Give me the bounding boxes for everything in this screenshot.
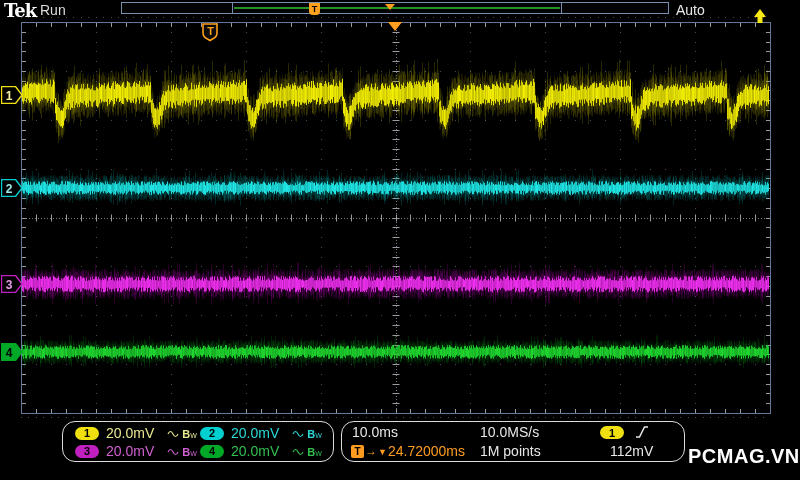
channel-2-position-marker: 2 (1, 179, 23, 197)
channel-2-readout: 2 20.0mV BW (200, 424, 325, 442)
channel-4-indicators: BW (292, 442, 322, 460)
expansion-point-marker (388, 22, 402, 31)
channel-1-position-marker: 1 (1, 86, 23, 104)
channel-4-readout: 4 20.0mV BW (200, 442, 325, 460)
record-length-readout: 1M points (480, 443, 541, 459)
channel-3-scale: 20.0mV (106, 443, 154, 459)
trigger-mode-status: Auto (676, 2, 705, 18)
trigger-delay-value: 24.72000ms (388, 443, 465, 459)
ac-coupling-icon (292, 429, 305, 438)
channel-readout-box: 1 20.0mV BW 2 20.0mV BW 3 20.0mV (62, 421, 334, 462)
bandwidth-limit-icon: BW (307, 442, 322, 460)
channel-4-marker-label: 4 (6, 346, 13, 360)
trigger-source-badge: 1 (600, 426, 624, 439)
bandwidth-limit-icon: BW (182, 442, 197, 460)
expansion-point-marker-small (385, 4, 395, 10)
ac-coupling-icon (292, 447, 305, 456)
expansion-point-icon: ▼ (378, 447, 387, 457)
trigger-position-badge: T (309, 3, 320, 15)
sample-rate-readout: 10.0MS/s (480, 424, 539, 440)
ac-coupling-icon (167, 429, 180, 438)
channel-2-indicators: BW (292, 424, 322, 442)
acquisition-status: Run (40, 2, 66, 18)
channel-3-readout: 3 20.0mV BW (75, 442, 200, 460)
channel-1-badge: 1 (75, 427, 99, 440)
arrow-right-icon: → (365, 445, 377, 458)
channel-2-badge: 2 (200, 427, 224, 440)
bandwidth-limit-icon: BW (307, 424, 322, 442)
channel-2-marker-label: 2 (6, 182, 13, 196)
channel-4-badge: 4 (200, 445, 224, 458)
channel-2-scale: 20.0mV (231, 425, 279, 441)
bandwidth-limit-icon: BW (182, 424, 197, 442)
trigger-flag-label: T (207, 25, 214, 37)
trigger-delay-readout: T → ▼ 24.72000ms (351, 443, 465, 459)
horizontal-scale-readout: 10.0ms (352, 424, 398, 440)
trigger-delay-t-icon: T (351, 445, 364, 458)
channel-1-readout: 1 20.0mV BW (75, 424, 200, 442)
channel-1-indicators: BW (167, 424, 197, 442)
oscilloscope-screen: Tek Run T Auto T 1 2 3 4 1 20. (0, 0, 800, 480)
channel-1-scale: 20.0mV (106, 425, 154, 441)
record-view-window-segment: T (232, 2, 562, 14)
record-view-left-segment (121, 2, 233, 14)
channel-3-indicators: BW (167, 442, 197, 460)
ac-coupling-icon (167, 447, 180, 456)
trigger-position-flag-icon: T (202, 23, 219, 42)
waveform-graticule-canvas (0, 0, 800, 480)
channel-3-badge: 3 (75, 445, 99, 458)
channel-4-scale: 20.0mV (231, 443, 279, 459)
trigger-level-readout: 112mV (610, 443, 653, 459)
tek-logo: Tek (4, 0, 36, 21)
trigger-level-offscreen-arrow-icon (753, 9, 767, 24)
channel-3-position-marker: 3 (1, 275, 23, 293)
watermark: PCMAG.VN (688, 445, 800, 468)
channel-1-marker-label: 1 (6, 89, 13, 103)
horizontal-trigger-readout-box: 10.0ms 10.0MS/s 1 T → ▼ 24.72000ms 1M po… (341, 421, 685, 462)
record-view-bar: T (121, 2, 668, 14)
record-view-right-segment (561, 2, 669, 14)
rising-edge-icon (634, 425, 650, 439)
record-waveform-line (234, 7, 560, 9)
channel-3-marker-label: 3 (6, 278, 13, 292)
channel-4-position-marker: 4 (1, 343, 23, 361)
